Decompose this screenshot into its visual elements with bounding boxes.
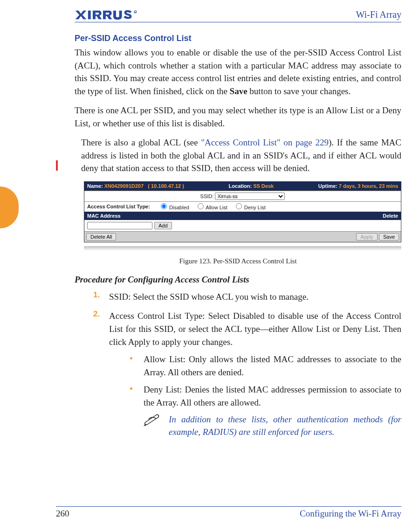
- bullet-list: • Allow List: Only allows the listed MAC…: [130, 353, 401, 409]
- figure-shadow: [84, 246, 401, 251]
- figure: Name: XN0429091D207 ( 10.100.47.12 ) Loc…: [84, 181, 401, 242]
- radio-deny-list[interactable]: [236, 203, 242, 209]
- page-footer: 260 Configuring the Wi-Fi Array: [56, 506, 401, 519]
- step-item: 2. Access Control List Type: Select Disa…: [93, 310, 401, 438]
- procedure-list: 1. SSID: Select the SSID whose ACL you w…: [93, 290, 401, 439]
- mac-address-input[interactable]: [87, 222, 152, 229]
- paragraph: This window allows you to enable or disa…: [75, 46, 401, 97]
- device-uptime: 7 days, 3 hours, 23 mins: [339, 183, 398, 189]
- header-product: Wi-Fi Array: [356, 9, 401, 20]
- bullet-item: • Deny List: Denies the listed MAC addre…: [130, 383, 401, 409]
- page-number: 260: [56, 509, 69, 519]
- action-bar: Delete All Apply Save: [84, 231, 401, 242]
- add-button[interactable]: Add: [154, 222, 172, 229]
- delete-all-button[interactable]: Delete All: [86, 233, 116, 241]
- screenshot-panel: Name: XN0429091D207 ( 10.100.47.12 ) Loc…: [84, 181, 401, 242]
- ssid-select[interactable]: Xirrus-ss: [215, 193, 285, 200]
- side-tab-marker: [0, 186, 19, 228]
- device-location: SS Desk: [253, 183, 274, 189]
- bullet-item: • Allow List: Only allows the listed MAC…: [130, 353, 401, 379]
- note-icon: [144, 413, 160, 438]
- svg-rect-0: [88, 11, 91, 20]
- ssid-selector-row: SSID: Xirrus-ss: [84, 191, 401, 201]
- table-header: MAC Address Delete: [84, 212, 401, 220]
- step-item: 1. SSID: Select the SSID whose ACL you w…: [93, 290, 401, 303]
- paragraph: There is also a global ACL (see "Access …: [81, 136, 401, 175]
- page-header: R Wi-Fi Array: [75, 9, 401, 22]
- acl-type-row: Access Control List Type: Disabled Allow…: [84, 201, 401, 212]
- brand-logo: R: [75, 10, 145, 20]
- footer-section: Configuring the Wi-Fi Array: [300, 509, 401, 519]
- add-mac-row: Add: [84, 220, 401, 231]
- cross-reference-link[interactable]: "Access Control List" on page 229: [201, 138, 329, 147]
- section-title: Per-SSID Access Control List: [75, 34, 401, 43]
- save-button[interactable]: Save: [379, 233, 399, 241]
- svg-text:R: R: [135, 11, 136, 14]
- change-bar: [56, 160, 58, 171]
- device-ip: ( 10.100.47.12 ): [148, 183, 184, 189]
- procedure-heading: Procedure for Configuring Access Control…: [75, 275, 401, 285]
- radio-disabled[interactable]: [161, 203, 167, 209]
- radio-allow-list[interactable]: [198, 203, 204, 209]
- paragraph: There is one ACL per SSID, and you may s…: [75, 104, 401, 130]
- device-name: XN0429091D207: [104, 183, 144, 189]
- note: In addition to these lists, other authen…: [144, 413, 401, 438]
- apply-button[interactable]: Apply: [356, 233, 378, 241]
- figure-caption: Figure 123. Per-SSID Access Control List: [75, 257, 401, 265]
- status-bar: Name: XN0429091D207 ( 10.100.47.12 ) Loc…: [84, 182, 401, 191]
